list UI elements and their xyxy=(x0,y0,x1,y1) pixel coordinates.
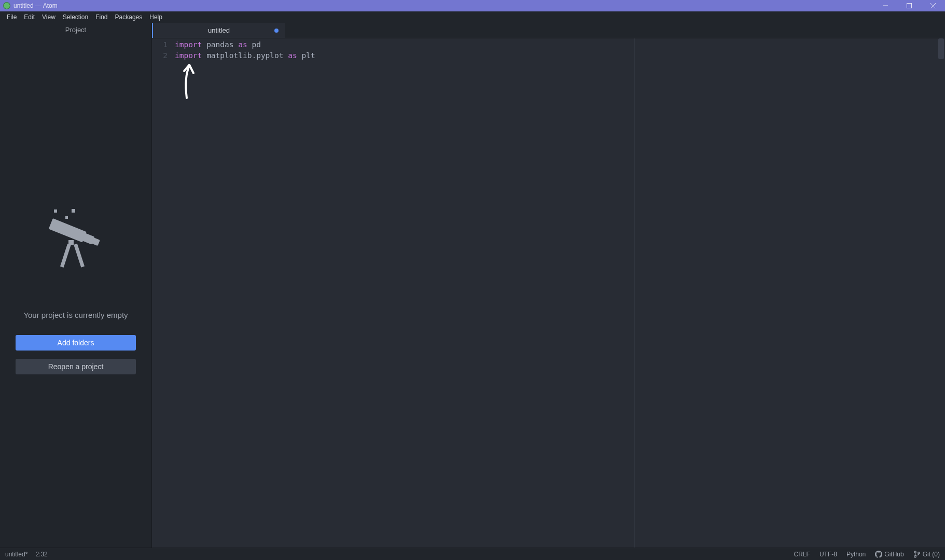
titlebar: untitled — Atom xyxy=(0,0,945,11)
git-branch-icon xyxy=(913,551,921,558)
atom-icon xyxy=(3,2,10,9)
menu-edit[interactable]: Edit xyxy=(20,13,38,21)
minimize-button[interactable] xyxy=(873,0,897,11)
svg-rect-6 xyxy=(72,209,75,213)
tab-untitled[interactable]: untitled xyxy=(152,23,285,38)
workspace: Project xyxy=(0,23,945,548)
menu-view[interactable]: View xyxy=(38,13,59,21)
project-sidebar: Project xyxy=(0,23,152,548)
github-icon xyxy=(875,551,882,558)
tab-label: untitled xyxy=(208,26,230,34)
svg-rect-12 xyxy=(74,244,85,268)
menu-help[interactable]: Help xyxy=(146,13,166,21)
svg-point-15 xyxy=(918,552,920,554)
svg-point-14 xyxy=(914,555,916,557)
editor-pane: untitled 12 import pandas as pdimport ma… xyxy=(152,23,945,548)
statusbar: untitled* 2:32 CRLF UTF-8 Python GitHub … xyxy=(0,548,945,560)
svg-rect-4 xyxy=(54,209,57,213)
status-crlf[interactable]: CRLF xyxy=(794,551,810,558)
svg-rect-1 xyxy=(907,4,912,8)
scrollbar-thumb[interactable] xyxy=(938,38,944,59)
status-github[interactable]: GitHub xyxy=(875,551,904,558)
reopen-project-button[interactable]: Reopen a project xyxy=(16,359,136,374)
status-git[interactable]: Git (0) xyxy=(913,551,940,558)
status-encoding[interactable]: UTF-8 xyxy=(819,551,837,558)
empty-project-message: Your project is currently empty xyxy=(23,311,128,319)
svg-rect-11 xyxy=(60,244,71,268)
window-controls xyxy=(873,0,945,11)
line-number: 1 xyxy=(152,39,168,50)
menubar: File Edit View Selection Find Packages H… xyxy=(0,11,945,23)
add-folders-button[interactable]: Add folders xyxy=(16,335,136,351)
dirty-indicator-icon xyxy=(274,29,279,33)
gutter: 12 xyxy=(152,38,173,548)
svg-rect-5 xyxy=(65,216,68,219)
menu-packages[interactable]: Packages xyxy=(112,13,146,21)
status-cursor[interactable]: 2:32 xyxy=(35,551,47,558)
line-number: 2 xyxy=(152,50,168,61)
code-line[interactable]: import matplotlib.pyplot as plt xyxy=(175,50,315,61)
svg-point-13 xyxy=(914,551,916,553)
scrollbar[interactable] xyxy=(937,38,945,548)
editor-body[interactable]: 12 import pandas as pdimport matplotlib.… xyxy=(152,38,945,548)
status-language[interactable]: Python xyxy=(846,551,866,558)
menu-file[interactable]: File xyxy=(3,13,20,21)
close-button[interactable] xyxy=(921,0,945,11)
status-filename[interactable]: untitled* xyxy=(5,551,27,558)
wrap-guide xyxy=(634,38,635,548)
empty-project-panel: Your project is currently empty Add fold… xyxy=(0,37,151,548)
tabbar: untitled xyxy=(152,23,945,38)
menu-find[interactable]: Find xyxy=(92,13,111,21)
code-area[interactable]: import pandas as pdimport matplotlib.pyp… xyxy=(173,38,315,548)
telescope-icon xyxy=(39,202,112,274)
maximize-button[interactable] xyxy=(897,0,921,11)
sidebar-header: Project xyxy=(0,23,151,37)
window-title: untitled — Atom xyxy=(13,2,58,9)
svg-rect-7 xyxy=(49,218,87,243)
code-line[interactable]: import pandas as pd xyxy=(175,39,315,50)
menu-selection[interactable]: Selection xyxy=(59,13,92,21)
